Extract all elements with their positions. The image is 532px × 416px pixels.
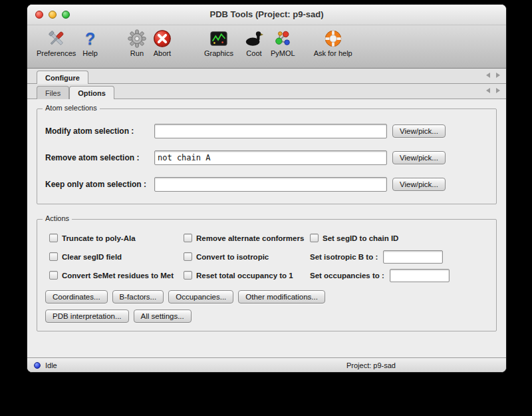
checkbox-icon [184, 271, 192, 280]
status-text: Idle [45, 361, 57, 369]
toolbar-button-help[interactable]: ? Help [80, 28, 100, 57]
b-factors-button[interactable]: B-factors... [112, 290, 164, 304]
help-icon: ? [85, 28, 95, 49]
toolbar-label: Coot [246, 49, 261, 57]
checkbox-label: Convert to isotropic [196, 253, 269, 261]
view-pick-button[interactable]: View/pick... [392, 124, 446, 138]
toolbar-button-ask-for-help[interactable]: Ask for help [311, 28, 355, 57]
actions-buttons-row-2: PDB interpretation... All settings... [45, 310, 488, 323]
tab-files[interactable]: Files [37, 86, 69, 99]
pdb-tools-window: PDB Tools (Project: p9-sad) Preferences [27, 4, 507, 373]
checkbox-reset-total-occupancy[interactable]: Reset total occupancy to 1 [184, 269, 310, 282]
gear-icon [127, 28, 147, 49]
keep-only-atom-selection-input[interactable] [154, 177, 387, 192]
view-pick-button[interactable]: View/pick... [392, 178, 446, 191]
pymol-icon [273, 28, 293, 49]
field-label: Set isotropic B to : [310, 253, 378, 261]
options-panel: Atom selections Modify atom selection : … [27, 99, 506, 357]
checkbox-label: Reset total occupancy to 1 [196, 272, 293, 280]
toolbar-button-preferences[interactable]: Preferences [34, 28, 78, 57]
checkbox-icon [184, 234, 192, 242]
tab-configure[interactable]: Configure [37, 71, 88, 84]
actions-group: Actions Truncate to poly-Ala Remove alte… [37, 219, 497, 331]
tab-options[interactable]: Options [69, 86, 114, 99]
status-indicator-icon [34, 362, 41, 369]
coordinates-button[interactable]: Coordinates... [45, 290, 108, 304]
toolbar-label: Graphics [204, 49, 233, 57]
occupancies-button[interactable]: Occupancies... [168, 290, 233, 304]
lifebuoy-icon [323, 28, 343, 49]
group-title: Atom selections [43, 104, 100, 112]
set-occupancies-input[interactable] [390, 269, 450, 282]
toolbar-button-coot[interactable]: Coot [241, 28, 267, 57]
set-occupancies-field: Set occupancies to : [310, 269, 488, 282]
title-bar: PDB Tools (Project: p9-sad) [27, 5, 506, 25]
toolbar-button-graphics[interactable]: Graphics [201, 28, 236, 57]
tab-scroll-left-icon[interactable] [486, 73, 490, 78]
abort-icon [152, 28, 172, 49]
modify-atom-selection-input[interactable] [154, 124, 387, 138]
field-label: Remove atom selection : [45, 153, 154, 162]
checkbox-label: Convert SeMet residues to Met [62, 272, 174, 280]
atom-selections-group: Atom selections Modify atom selection : … [37, 108, 497, 204]
checkbox-label: Set segID to chain ID [323, 234, 398, 242]
main-tab-bar: Configure [27, 69, 506, 84]
checkbox-icon [49, 252, 58, 261]
toolbar-button-run[interactable]: Run [124, 28, 150, 57]
checkbox-truncate-poly-ala[interactable]: Truncate to poly-Ala [49, 232, 184, 244]
checkbox-label: Remove alternate conformers [196, 234, 304, 242]
set-isotropic-b-input[interactable] [383, 250, 443, 264]
keep-only-selection-row: Keep only atom selection : View/pick... [45, 177, 488, 192]
tab-scroll-left-icon[interactable] [486, 88, 490, 93]
toolbar: Preferences ? Help Run [27, 25, 506, 69]
toolbar-label: Ask for help [314, 49, 352, 57]
remove-atom-selection-input[interactable] [154, 150, 387, 165]
checkbox-icon [184, 252, 192, 261]
checkbox-icon [310, 234, 319, 242]
other-modifications-button[interactable]: Other modifications... [238, 290, 325, 304]
close-button[interactable] [35, 11, 43, 19]
checkbox-convert-to-isotropic[interactable]: Convert to isotropic [184, 250, 310, 263]
toolbar-label: Help [82, 49, 98, 57]
tab-scroll-right-icon[interactable] [496, 88, 500, 93]
checkbox-set-segid-to-chain-id[interactable]: Set segID to chain ID [310, 232, 488, 244]
checkbox-icon [49, 271, 58, 280]
coot-bird-icon [244, 28, 264, 49]
set-isotropic-b-field: Set isotropic B to : [310, 250, 488, 263]
minimize-button[interactable] [49, 11, 57, 19]
pdb-interpretation-button[interactable]: PDB interpretation... [45, 310, 129, 323]
tools-icon [47, 28, 66, 49]
window-title: PDB Tools (Project: p9-sad) [27, 5, 506, 25]
sub-tab-bar: Files Options [27, 84, 506, 99]
actions-checkbox-grid: Truncate to poly-Ala Remove alternate co… [45, 232, 488, 282]
checkbox-remove-alternate-conformers[interactable]: Remove alternate conformers [184, 232, 310, 244]
toolbar-button-pymol[interactable]: PyMOL [268, 28, 298, 57]
checkbox-icon [49, 234, 58, 242]
all-settings-button[interactable]: All settings... [134, 310, 192, 323]
checkbox-label: Truncate to poly-Ala [62, 234, 136, 242]
checkbox-clear-segid-field[interactable]: Clear segID field [49, 250, 184, 263]
zoom-button[interactable] [62, 11, 70, 19]
toolbar-label: PyMOL [271, 49, 295, 57]
field-label: Keep only atom selection : [45, 180, 154, 189]
toolbar-label: Preferences [37, 49, 76, 57]
checkbox-convert-semet-to-met[interactable]: Convert SeMet residues to Met [49, 269, 184, 282]
project-label: Project: p9-sad [346, 361, 396, 369]
toolbar-button-abort[interactable]: Abort [150, 28, 175, 57]
toolbar-label: Abort [154, 49, 171, 57]
modify-selection-row: Modify atom selection : View/pick... [45, 124, 488, 138]
checkbox-label: Clear segID field [62, 253, 122, 261]
status-bar: Idle Project: p9-sad [27, 357, 506, 372]
field-label: Modify atom selection : [45, 126, 154, 136]
remove-selection-row: Remove atom selection : View/pick... [45, 150, 488, 165]
actions-buttons-row-1: Coordinates... B-factors... Occupancies.… [45, 290, 488, 304]
tab-scroll-right-icon[interactable] [496, 73, 500, 78]
toolbar-label: Run [130, 49, 144, 57]
group-title: Actions [43, 214, 72, 222]
graphics-icon [209, 28, 229, 49]
view-pick-button[interactable]: View/pick... [392, 151, 446, 164]
field-label: Set occupancies to : [310, 272, 384, 280]
